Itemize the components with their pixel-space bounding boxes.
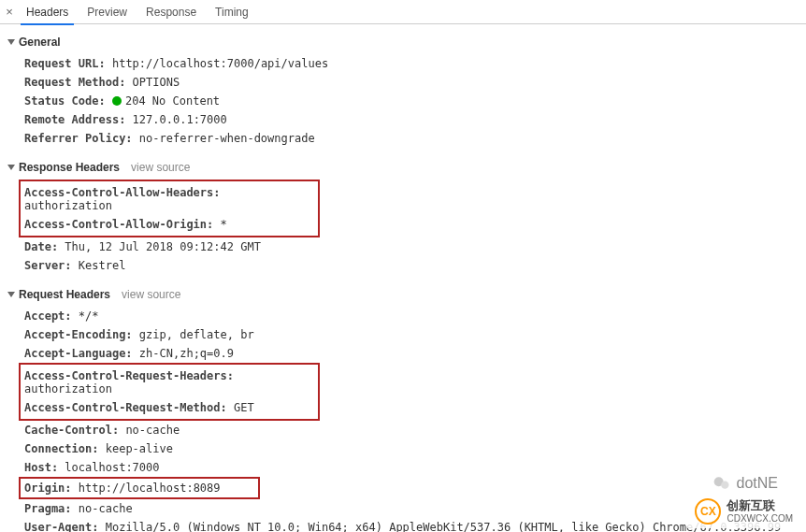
close-icon[interactable]: × [2, 5, 17, 19]
section-response-headers: Response Headers view source Access-Cont… [0, 157, 806, 277]
tab-response[interactable]: Response [137, 2, 206, 22]
watermark-en: CDXWCX.COM [727, 513, 793, 524]
label: Request Method: [24, 76, 125, 89]
section-body: Request URL: http://localhost:7000/api/v… [0, 52, 806, 150]
value: Mozilla/5.0 (Windows NT 10.0; Win64; x64… [106, 521, 781, 532]
section-general: General Request URL: http://localhost:70… [0, 32, 806, 150]
highlight-box: Access-Control-Request-Headers: authoriz… [19, 363, 320, 421]
label: Date: [24, 240, 58, 253]
value: zh-CN,zh;q=0.9 [139, 347, 234, 360]
label: Host: [24, 461, 58, 474]
highlight-box: Origin: http://localhost:8089 [19, 477, 260, 499]
general-status-code: Status Code: 204 No Content [24, 92, 806, 110]
value: localhost:7000 [65, 461, 159, 474]
request-accept: Accept: */* [24, 307, 806, 325]
value: keep-alive [106, 442, 173, 455]
request-connection: Connection: keep-alive [24, 439, 806, 458]
general-referrer-policy: Referrer Policy: no-referrer-when-downgr… [24, 129, 806, 148]
section-title: General [19, 36, 61, 49]
general-request-method: Request Method: OPTIONS [24, 73, 806, 92]
value: OPTIONS [133, 76, 180, 89]
value: authorization [24, 199, 112, 212]
label: Connection: [24, 442, 98, 455]
label: User-Agent: [24, 521, 98, 532]
view-source-link[interactable]: view source [122, 288, 180, 301]
value: no-referrer-when-downgrade [139, 132, 315, 145]
value: http://localhost:7000/api/values [112, 57, 328, 70]
label: Request URL: [24, 57, 106, 70]
watermark-cn: 创新互联 [727, 499, 793, 512]
watermark: CX 创新互联 CDXWCX.COM [687, 495, 800, 528]
label: Referrer Policy: [24, 132, 133, 145]
response-date: Date: Thu, 12 Jul 2018 09:12:42 GMT [24, 237, 806, 256]
watermark-text: 创新互联 CDXWCX.COM [727, 499, 793, 523]
status-dot-icon [112, 96, 122, 106]
section-body: Accept: */* Accept-Encoding: gzip, defla… [0, 305, 806, 532]
value: 127.0.0.1:7000 [133, 113, 227, 126]
label: Cache-Control: [24, 424, 119, 437]
devtools-tabs: × Headers Preview Response Timing [0, 0, 806, 24]
value: Thu, 12 Jul 2018 09:12:42 GMT [65, 240, 261, 253]
chevron-down-icon [7, 165, 15, 170]
wechat-overlay: dotNE [703, 470, 787, 496]
label: Access-Control-Request-Method: [24, 401, 227, 414]
value: gzip, deflate, br [139, 328, 254, 341]
label: Access-Control-Request-Headers: [24, 369, 234, 382]
tab-preview[interactable]: Preview [78, 2, 137, 22]
watermark-logo-icon: CX [695, 498, 721, 525]
general-remote-address: Remote Address: 127.0.0.1:7000 [24, 110, 806, 129]
tab-timing[interactable]: Timing [206, 2, 258, 22]
request-accept-encoding: Accept-Encoding: gzip, deflate, br [24, 325, 806, 344]
value: http://localhost:8089 [79, 482, 221, 495]
value: Kestrel [79, 259, 126, 272]
section-title: Response Headers [19, 161, 120, 174]
label: Accept-Language: [24, 347, 133, 360]
general-request-url: Request URL: http://localhost:7000/api/v… [24, 54, 806, 73]
response-acao: Access-Control-Allow-Origin: * [24, 215, 314, 234]
label: Accept: [24, 309, 72, 323]
label: Origin: [24, 482, 72, 495]
wechat-text: dotNE [737, 475, 778, 492]
wechat-icon [712, 474, 731, 493]
label: Accept-Encoding: [24, 328, 133, 341]
view-source-link[interactable]: view source [131, 161, 190, 174]
request-acrh: Access-Control-Request-Headers: authoriz… [24, 367, 314, 398]
value: no-cache [125, 424, 180, 437]
section-request-headers: Request Headers view source Accept: */* … [0, 284, 806, 532]
request-cache-control: Cache-Control: no-cache [24, 421, 806, 439]
section-header-general[interactable]: General [0, 32, 806, 52]
request-origin: Origin: http://localhost:8089 [24, 481, 221, 496]
response-server: Server: Kestrel [24, 256, 806, 275]
value: */* [79, 309, 99, 323]
chevron-down-icon [7, 292, 15, 297]
response-acah: Access-Control-Allow-Headers: authorizat… [24, 183, 314, 215]
highlight-box: Access-Control-Allow-Headers: authorizat… [19, 180, 320, 237]
value: no-cache [79, 502, 133, 515]
request-accept-language: Accept-Language: zh-CN,zh;q=0.9 [24, 344, 806, 363]
svg-point-1 [721, 482, 728, 489]
chevron-down-icon [7, 39, 15, 45]
value: GET [234, 401, 254, 414]
label: Remote Address: [24, 113, 125, 126]
tab-headers[interactable]: Headers [17, 2, 78, 22]
section-title: Request Headers [19, 288, 110, 301]
request-acrm: Access-Control-Request-Method: GET [24, 398, 314, 417]
label: Pragma: [24, 502, 72, 515]
section-header-request[interactable]: Request Headers view source [0, 284, 806, 305]
label: Server: [24, 259, 72, 272]
request-host: Host: localhost:7000 [24, 458, 806, 477]
value: * [221, 218, 227, 231]
value: 204 No Content [125, 94, 220, 108]
label: Access-Control-Allow-Headers: [24, 186, 221, 199]
section-header-response[interactable]: Response Headers view source [0, 157, 806, 178]
value: authorization [24, 382, 112, 395]
label: Status Code: [24, 94, 106, 108]
label: Access-Control-Allow-Origin: [24, 218, 213, 231]
section-body: Access-Control-Allow-Headers: authorizat… [0, 178, 806, 277]
